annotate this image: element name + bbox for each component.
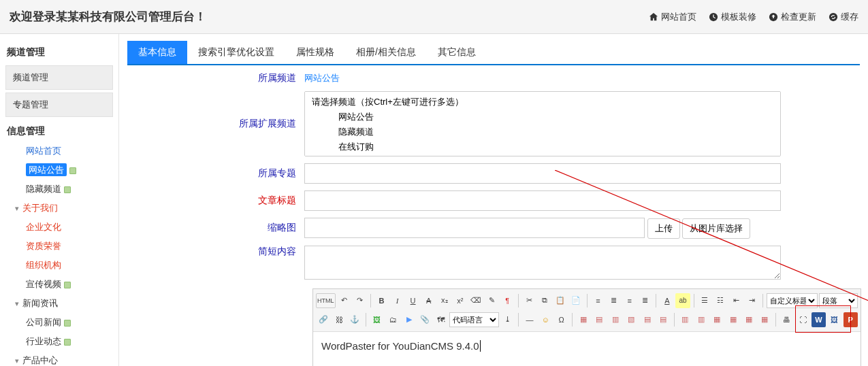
tree-link[interactable]: 网站首页 xyxy=(26,146,61,156)
tab-seo[interactable]: 搜索引擎优化设置 xyxy=(187,41,285,64)
undo-icon[interactable]: ↶ xyxy=(337,293,351,308)
sidebar-btn-channel-mgmt[interactable]: 频道管理 xyxy=(5,65,113,90)
ext-channel-option[interactable]: 隐藏频道 xyxy=(308,124,777,139)
tree-link[interactable]: 宣传视频 xyxy=(26,279,61,289)
table-insert-button[interactable]: ▤ xyxy=(592,312,607,327)
ext-channel-option[interactable]: 网站公告 xyxy=(308,110,777,124)
sub-button[interactable]: x₂ xyxy=(437,293,451,308)
ext-channel-option[interactable]: 请选择频道（按Ctrl+左键可进行多选） xyxy=(308,95,777,110)
outdent-button[interactable]: ⇤ xyxy=(729,293,743,308)
align-left-button[interactable]: ≡ xyxy=(591,293,605,308)
tree-link[interactable]: 新闻资讯 xyxy=(22,298,58,308)
bold-button[interactable]: B xyxy=(374,293,389,308)
print-button[interactable]: 🖶 xyxy=(779,312,794,327)
special-char-button[interactable]: Ω xyxy=(554,312,568,327)
row-after-button[interactable]: ▤ xyxy=(656,312,670,327)
sidebar-btn-topic-mgmt[interactable]: 专题管理 xyxy=(5,93,113,117)
strike-button[interactable]: A xyxy=(421,293,436,308)
emoji-button[interactable]: ☺ xyxy=(539,312,553,327)
table-button[interactable]: ▦ xyxy=(576,312,590,327)
redo-icon[interactable]: ↷ xyxy=(353,293,367,308)
copy-button[interactable]: ⧉ xyxy=(538,293,552,308)
tree-twisty-icon[interactable]: ▾ xyxy=(14,204,20,213)
paragraph-select[interactable]: 段落 xyxy=(819,293,858,308)
backcolor-button[interactable]: ab xyxy=(675,293,690,308)
split-cells-button[interactable]: ▦ xyxy=(726,312,740,327)
topic-input[interactable] xyxy=(304,163,781,184)
tree-link[interactable]: 网站公告 xyxy=(26,163,67,176)
indent-button[interactable]: ⇥ xyxy=(745,293,759,308)
autotype-button[interactable]: ¶ xyxy=(500,293,515,308)
thumb-input[interactable] xyxy=(304,218,645,238)
table-delete-button[interactable]: ▥ xyxy=(608,312,622,327)
tab-album[interactable]: 相册/相关信息 xyxy=(345,41,427,64)
tree-link[interactable]: 资质荣誉 xyxy=(26,241,61,251)
channel-link[interactable]: 网站公告 xyxy=(304,73,340,83)
anchor-button[interactable]: ⚓ xyxy=(348,312,362,327)
underline-button[interactable]: U xyxy=(406,293,420,308)
code-lang-select[interactable]: 代码语言 xyxy=(449,312,499,327)
align-center-button[interactable]: ≣ xyxy=(607,293,621,308)
tree-link[interactable]: 组织机构 xyxy=(26,260,61,270)
tab-basic[interactable]: 基本信息 xyxy=(127,41,187,64)
clear-format-button[interactable]: ⌫ xyxy=(468,293,483,308)
ppt-import-button[interactable]: P xyxy=(843,312,858,327)
ul-button[interactable]: ☷ xyxy=(713,293,728,308)
table-merge-button[interactable]: ▧ xyxy=(624,312,639,327)
tree-link[interactable]: 行业动态 xyxy=(26,336,61,346)
fullscreen-button[interactable]: ⛶ xyxy=(795,312,809,327)
multi-image-button[interactable]: 🗂 xyxy=(386,312,400,327)
map-button[interactable]: 🗺 xyxy=(434,312,448,327)
table-prop-button[interactable]: ▦ xyxy=(741,312,756,327)
forecolor-button[interactable]: A xyxy=(660,293,674,308)
tab-other[interactable]: 其它信息 xyxy=(427,41,487,64)
link-button[interactable]: 🔗 xyxy=(316,312,330,327)
header-link-template[interactable]: 模板装修 xyxy=(709,11,756,23)
image-button[interactable]: 🖼 xyxy=(370,312,384,327)
align-justify-button[interactable]: ≣ xyxy=(638,293,652,308)
custom-title-select[interactable]: 自定义标题 xyxy=(767,293,818,308)
paste-plain-button[interactable]: 📄 xyxy=(569,293,583,308)
tree-twisty-icon[interactable]: ▾ xyxy=(14,356,20,365)
pick-button[interactable]: 从图片库选择 xyxy=(682,218,750,239)
col-after-button[interactable]: ▥ xyxy=(694,312,708,327)
paste-button[interactable]: 📋 xyxy=(553,293,568,308)
unlink-button[interactable]: ⛓ xyxy=(332,312,346,327)
tree-link[interactable]: 关于我们 xyxy=(22,203,58,213)
italic-button[interactable]: I xyxy=(390,293,404,308)
image-paste-button[interactable]: 🖼 xyxy=(827,312,841,327)
editor-body[interactable]: WordPaster for YouDianCMS 9.4.0 xyxy=(313,332,861,366)
tree-twisty-icon[interactable]: ▾ xyxy=(14,299,20,308)
header-link-home[interactable]: 网站首页 xyxy=(649,11,696,23)
clock-icon xyxy=(709,12,718,22)
row-before-button[interactable]: ▤ xyxy=(640,312,654,327)
ext-channel-select[interactable]: 请选择频道（按Ctrl+左键可进行多选） 网站公告 隐藏频道 在线订购 关于我们… xyxy=(304,91,781,156)
col-before-button[interactable]: ▥ xyxy=(678,312,692,327)
html-source-button[interactable]: HTML xyxy=(316,293,336,308)
tab-attr[interactable]: 属性规格 xyxy=(285,41,345,64)
brief-textarea[interactable] xyxy=(304,246,781,280)
format-brush-button[interactable]: ✎ xyxy=(485,293,499,308)
pagebreak-button[interactable]: ⤓ xyxy=(500,312,515,327)
upload-button[interactable]: 上传 xyxy=(647,218,680,239)
header-link-update[interactable]: 检查更新 xyxy=(769,11,816,23)
tree-link[interactable]: 公司新闻 xyxy=(26,317,61,327)
ol-button[interactable]: ☰ xyxy=(697,293,711,308)
title-input[interactable] xyxy=(304,190,781,211)
hr-button[interactable]: — xyxy=(522,312,536,327)
tree-link[interactable]: 企业文化 xyxy=(26,222,61,232)
cut-button[interactable]: ✂ xyxy=(522,293,536,308)
header-bar: 欢迎登录某某科技有限公司管理后台！ 网站首页 模板装修 检查更新 缓存 xyxy=(0,0,868,34)
align-right-button[interactable]: ≡ xyxy=(622,293,637,308)
tree-link[interactable]: 产品中心 xyxy=(22,355,58,365)
merge-cells-button[interactable]: ▦ xyxy=(709,312,724,327)
ext-channel-option[interactable]: 在线订购 xyxy=(308,139,777,154)
sup-button[interactable]: x² xyxy=(453,293,467,308)
cell-prop-button[interactable]: ▦ xyxy=(758,312,772,327)
attachment-button[interactable]: 📎 xyxy=(417,312,432,327)
header-link-cache[interactable]: 缓存 xyxy=(829,11,858,23)
ext-channel-option[interactable]: 关于我们 xyxy=(308,154,777,156)
video-button[interactable]: ▶ xyxy=(402,312,416,327)
word-import-button[interactable]: W xyxy=(811,312,826,327)
tree-link[interactable]: 隐藏频道 xyxy=(26,184,61,194)
